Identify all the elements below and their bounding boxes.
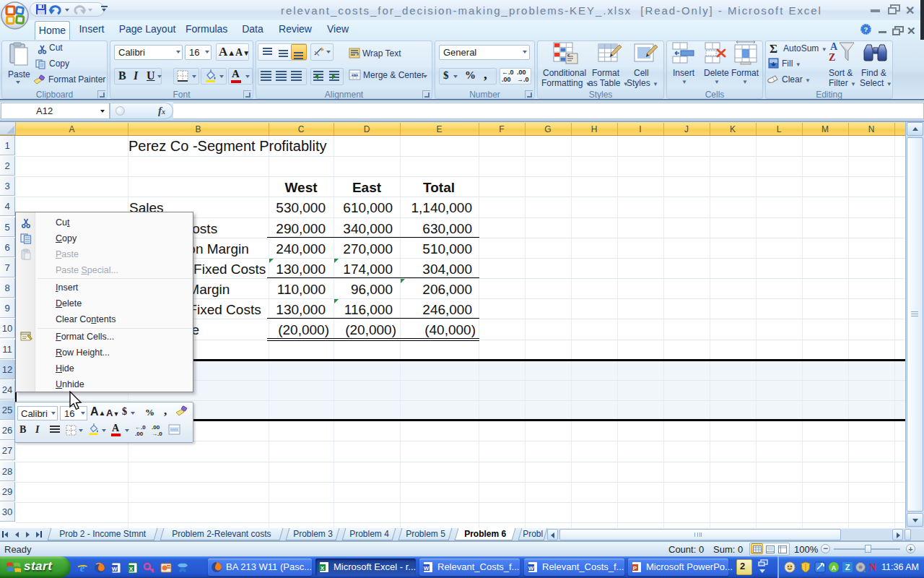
svg-text:e: e	[80, 562, 85, 574]
svg-text:Z: Z	[845, 563, 850, 571]
svg-text:A: A	[832, 564, 837, 571]
svg-text:?: ?	[864, 25, 868, 33]
svg-text:X: X	[129, 566, 134, 572]
svg-text:W: W	[528, 565, 534, 571]
svg-text:X: X	[321, 565, 325, 571]
svg-text:+a+: +a+	[352, 73, 358, 77]
svg-text:P: P	[633, 565, 637, 571]
svg-text:N: N	[869, 562, 876, 573]
svg-text:W: W	[424, 565, 430, 571]
svg-text:W: W	[112, 566, 118, 572]
